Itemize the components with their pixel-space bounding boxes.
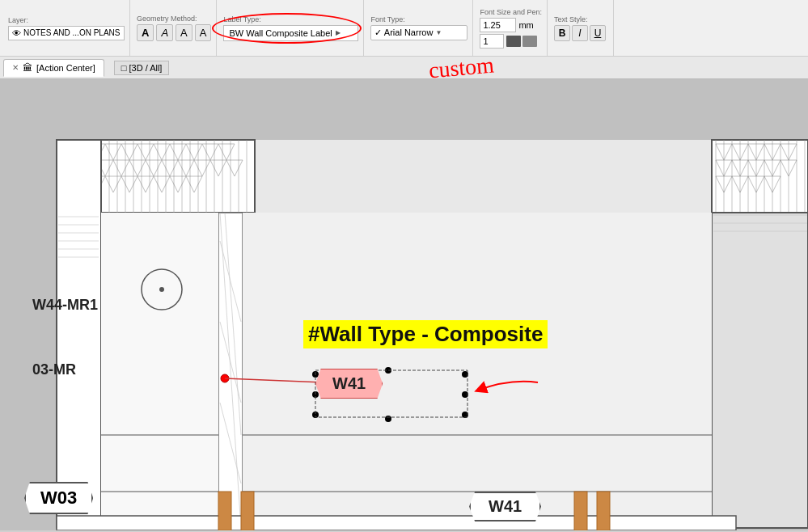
layer-value: NOTES AND ...ON PLANS.A xyxy=(23,28,121,37)
font-size-unit: mm xyxy=(518,20,533,30)
svg-line-94 xyxy=(220,213,241,528)
svg-point-110 xyxy=(142,269,182,310)
svg-marker-71 xyxy=(764,144,781,160)
svg-marker-53 xyxy=(170,176,186,192)
wall-type-highlight-text: #Wall Type - Composite xyxy=(303,320,548,348)
tab-action-center[interactable]: ✕ 🏛 [Action Center] xyxy=(3,59,104,77)
eye-icon: 👁 xyxy=(12,28,21,38)
svg-marker-31 xyxy=(137,144,154,160)
svg-text:W44-MR1: W44-MR1 xyxy=(32,297,98,313)
svg-line-97 xyxy=(220,322,241,403)
svg-point-117 xyxy=(312,412,319,418)
svg-marker-47 xyxy=(73,176,89,192)
svg-marker-33 xyxy=(170,144,186,160)
svg-marker-51 xyxy=(137,176,154,192)
svg-marker-37 xyxy=(81,160,97,176)
svg-marker-44 xyxy=(194,160,210,176)
svg-marker-49 xyxy=(105,176,121,192)
svg-marker-50 xyxy=(121,176,137,192)
w41-label-plain[interactable]: W41 xyxy=(469,492,541,521)
view-toggle-3d[interactable]: □ [3D / All] xyxy=(114,61,170,75)
italic-button[interactable]: I xyxy=(572,25,588,41)
svg-rect-93 xyxy=(218,213,243,528)
svg-rect-0 xyxy=(0,79,808,530)
label-type-dropdown[interactable]: BW Wall Composite Label ▶ xyxy=(223,25,358,41)
svg-rect-55 xyxy=(712,140,808,213)
tabbar: ✕ 🏛 [Action Center] □ [3D / All] xyxy=(0,57,808,79)
svg-marker-28 xyxy=(89,144,105,160)
font-size-label: Font Size and Pen: xyxy=(480,8,542,16)
label-type-group: Label Type: BW Wall Composite Label ▶ xyxy=(218,0,364,56)
svg-point-121 xyxy=(385,367,391,374)
geometry-btn-4[interactable]: A xyxy=(195,24,212,41)
svg-marker-77 xyxy=(781,160,797,176)
geometry-btn-1[interactable]: A xyxy=(137,24,154,41)
svg-marker-46 xyxy=(226,160,243,176)
font-size-group: Font Size and Pen: mm xyxy=(475,0,548,56)
font-pen-input[interactable] xyxy=(480,34,504,49)
geometry-label: Geometry Method: xyxy=(137,15,211,23)
view-3d-label: [3D / All] xyxy=(129,63,162,73)
svg-marker-76 xyxy=(764,160,781,176)
w03-label[interactable]: W03 xyxy=(24,482,93,514)
font-type-dropdown[interactable]: ✓ Arial Narrow ▼ xyxy=(370,25,467,40)
font-type-label: Font Type: xyxy=(370,15,467,23)
svg-marker-72 xyxy=(781,144,797,160)
svg-point-116 xyxy=(312,391,319,398)
svg-rect-89 xyxy=(712,213,808,528)
font-size-input[interactable] xyxy=(480,18,516,32)
w41-label-selected[interactable]: W41 xyxy=(315,369,383,399)
svg-marker-43 xyxy=(178,160,194,176)
svg-rect-107 xyxy=(241,492,254,530)
geometry-btn-3[interactable]: A xyxy=(176,24,192,41)
svg-point-112 xyxy=(221,374,229,382)
svg-marker-39 xyxy=(113,160,129,176)
svg-point-120 xyxy=(462,412,468,418)
font-type-group: Font Type: ✓ Arial Narrow ▼ xyxy=(366,0,473,56)
svg-text:03-MR: 03-MR xyxy=(32,361,76,378)
svg-marker-45 xyxy=(210,160,226,176)
svg-rect-99 xyxy=(101,213,218,528)
svg-rect-2 xyxy=(57,140,255,213)
geometry-btn-2[interactable]: A xyxy=(156,24,173,41)
svg-marker-40 xyxy=(129,160,146,176)
svg-marker-27 xyxy=(73,144,89,160)
font-type-arrow-icon: ▼ xyxy=(435,29,442,36)
layer-dropdown[interactable]: 👁 NOTES AND ...ON PLANS.A xyxy=(8,26,125,40)
layer-label: Layer: xyxy=(8,16,125,24)
svg-point-119 xyxy=(462,391,468,398)
svg-marker-78 xyxy=(716,176,732,192)
svg-rect-108 xyxy=(574,492,587,530)
label-type-label: Label Type: xyxy=(223,15,358,23)
svg-rect-109 xyxy=(597,492,610,530)
svg-marker-35 xyxy=(202,144,218,160)
svg-rect-100 xyxy=(243,213,712,528)
svg-marker-54 xyxy=(186,176,202,192)
svg-rect-105 xyxy=(57,516,736,530)
svg-marker-80 xyxy=(748,176,764,192)
main-canvas: W44-MR1 03-MR #Wall Type - Composite W41… xyxy=(0,79,808,530)
svg-rect-82 xyxy=(57,140,101,528)
layer-group: Layer: 👁 NOTES AND ...ON PLANS.A xyxy=(3,0,130,56)
floor-plan-svg: W44-MR1 03-MR xyxy=(0,79,808,530)
svg-marker-73 xyxy=(716,160,732,176)
svg-point-115 xyxy=(312,371,319,378)
label-type-arrow-icon: ▶ xyxy=(336,29,341,36)
tab-close-icon[interactable]: ✕ xyxy=(12,63,19,72)
svg-point-122 xyxy=(385,416,391,422)
svg-point-118 xyxy=(462,371,468,378)
svg-marker-42 xyxy=(162,160,178,176)
svg-marker-38 xyxy=(97,160,113,176)
view-3d-icon: □ xyxy=(121,63,129,73)
svg-marker-36 xyxy=(218,144,235,160)
toolbar: Layer: 👁 NOTES AND ...ON PLANS.A Geometr… xyxy=(0,0,808,57)
svg-marker-75 xyxy=(748,160,764,176)
bold-button[interactable]: B xyxy=(554,25,570,41)
svg-line-95 xyxy=(225,213,241,435)
svg-line-98 xyxy=(220,403,241,483)
svg-marker-70 xyxy=(748,144,764,160)
underline-button[interactable]: U xyxy=(590,25,606,41)
svg-marker-34 xyxy=(186,144,202,160)
svg-marker-30 xyxy=(121,144,137,160)
svg-point-111 xyxy=(159,287,164,292)
